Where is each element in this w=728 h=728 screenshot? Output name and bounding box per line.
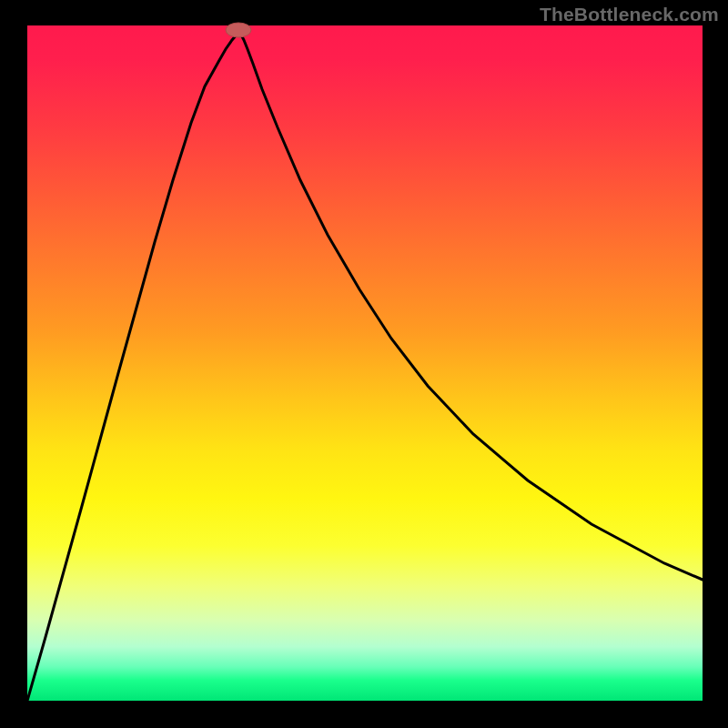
- optimum-marker: [226, 23, 251, 37]
- bottleneck-curve: [27, 33, 703, 701]
- chart-svg: [27, 25, 703, 701]
- chart-frame: TheBottleneck.com: [0, 0, 728, 728]
- watermark-text: TheBottleneck.com: [540, 4, 719, 25]
